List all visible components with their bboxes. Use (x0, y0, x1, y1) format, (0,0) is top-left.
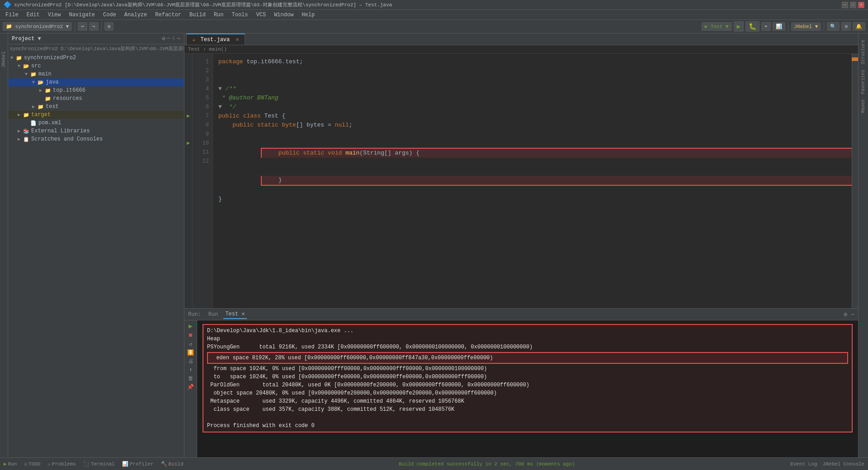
problems-btn[interactable]: ⚠ Problems (47, 461, 75, 467)
tree-label: src (31, 63, 41, 69)
tree-item-pom[interactable]: 📄 pom.xml (8, 119, 184, 127)
bottom-tab-run[interactable]: Run (207, 310, 220, 319)
tree-label: top.it6666 (53, 87, 85, 94)
coverage-button[interactable]: ☂ (761, 22, 771, 31)
favorites-label[interactable]: Favorites (860, 67, 867, 97)
console-line-path: D:\Develop\Java\Jdk\1.8_idea\bin\java.ex… (207, 327, 848, 335)
close-button[interactable]: ✕ (858, 2, 864, 8)
code-content[interactable]: package top.it6666.test; ▼/** * @author … (213, 54, 858, 308)
event-log-btn[interactable]: Event Log (790, 461, 817, 467)
tree-item-resources[interactable]: 📁 resources (8, 94, 184, 103)
tree-item-root[interactable]: ▼ 📁 synchronizedPro2 (8, 54, 184, 62)
bottom-tab-test[interactable]: Test ✕ (223, 310, 246, 319)
pin-btn[interactable]: 📌 (187, 384, 194, 390)
bottom-settings-btn[interactable]: ⚙ (844, 311, 847, 318)
menu-item-window[interactable]: Window (270, 11, 297, 19)
tree-item-target[interactable]: ▶ 📁 target (8, 111, 184, 119)
menu-item-analyze[interactable]: Analyze (121, 11, 151, 19)
tree-item-java[interactable]: ▼ 📂 java (8, 78, 184, 86)
run-config-selector[interactable]: ▶ Test ▼ (702, 22, 732, 31)
project-tree[interactable]: ▼ 📁 synchronizedPro2 ▼ 📂 src ▼ 📁 main ▼ … (8, 53, 184, 457)
project-gear-btn[interactable]: ⋯ (177, 35, 180, 42)
line-num-5: 5 (193, 94, 212, 103)
minimize-button[interactable]: — (842, 2, 848, 8)
run-status-btn[interactable]: ▶ Run (4, 461, 17, 467)
gutter-line-7[interactable]: ▶ (184, 112, 192, 121)
scroll-end-btn[interactable]: ⏬ (187, 349, 194, 356)
soft-wrap-btn[interactable]: ⬆ (189, 367, 192, 373)
project-title: Project ▼ (12, 36, 41, 42)
toolbar-undo[interactable]: ↩ (78, 22, 87, 31)
run-label: Run: (188, 311, 201, 318)
menu-item-code[interactable]: Code (99, 11, 120, 19)
structure-label[interactable]: Structure (860, 37, 867, 67)
gutter-line-10[interactable]: ▶ (184, 139, 192, 148)
build-label: Build (169, 461, 184, 467)
terminal-btn[interactable]: ⬛ Terminal (83, 461, 115, 467)
tree-item-top-it6666[interactable]: ▶ 📁 top.it6666 (8, 86, 184, 94)
stop-button[interactable]: ■ (189, 332, 192, 339)
menu-item-view[interactable]: View (44, 11, 65, 19)
project-collapse-btn[interactable]: — (167, 35, 170, 42)
tree-item-test[interactable]: ▶ 📁 test (8, 103, 184, 111)
titlebar-controls[interactable]: — □ ✕ (842, 2, 864, 8)
tree-arrow (23, 121, 30, 126)
debug-button[interactable]: 🐛 (745, 21, 760, 32)
project-options-btn[interactable]: ⚙ (162, 35, 165, 42)
menu-item-edit[interactable]: Edit (23, 11, 43, 19)
profiler-btn[interactable]: 📊 Profiler (122, 461, 154, 467)
menu-item-build[interactable]: Build (186, 11, 209, 19)
tree-arrow: ▼ (30, 80, 37, 85)
toolbar-redo[interactable]: ↪ (89, 22, 99, 31)
folder-icon: 📁 (30, 71, 37, 77)
terminal-icon: ⬛ (83, 461, 90, 467)
menu-item-help[interactable]: Help (298, 11, 318, 19)
run-button[interactable]: ▶ (734, 21, 744, 32)
scratches-icon: 📋 (23, 136, 30, 142)
menu-item-vcs[interactable]: VCS (253, 11, 270, 19)
gutter-line-12 (184, 157, 192, 166)
tree-item-main[interactable]: ▼ 📁 main (8, 70, 184, 78)
tree-arrow: ▼ (23, 72, 30, 77)
tree-arrow: ▶ (15, 112, 23, 118)
app-icon: 🔷 (4, 1, 11, 9)
menu-item-navigate[interactable]: Navigate (65, 11, 99, 19)
rerun-button[interactable]: ↺ (189, 341, 192, 348)
project-expand-btn[interactable]: ↕ (172, 35, 175, 42)
tab-file-icon: ☕ (192, 37, 195, 43)
toolbar-settings[interactable]: ⚙ (104, 22, 114, 31)
build-btn[interactable]: 🔨 Build (161, 461, 184, 467)
bottom-close-btn[interactable]: — (851, 311, 854, 318)
code-line-1: package top.it6666.test; (218, 57, 853, 66)
todo-btn[interactable]: ☑ TODO (24, 461, 40, 467)
tree-label: resources (53, 95, 82, 102)
breadcrumb-text: Test › main() (188, 47, 227, 52)
jrebel-side-label[interactable]: JRebel (1, 52, 6, 68)
notifications-btn[interactable]: 🔔 (853, 22, 865, 31)
profile-button[interactable]: 📊 (773, 22, 785, 31)
maven-label[interactable]: Maven (860, 97, 867, 116)
print-btn[interactable]: 🖨 (188, 358, 193, 365)
tree-item-src[interactable]: ▼ 📂 src (8, 62, 184, 70)
maximize-button[interactable]: □ (850, 2, 856, 8)
run-again-button[interactable]: ▶ (189, 322, 192, 330)
tree-item-ext-libs[interactable]: ▶ 📚 External Libraries (8, 127, 184, 135)
line-numbers: 1 2 3 4 5 6 7 8 9 10 11 12 (193, 54, 213, 308)
jrebel-console-btn[interactable]: JRebel Console (823, 461, 864, 467)
profiler-label: Profiler (130, 461, 154, 467)
tree-arrow: ▶ (30, 104, 37, 109)
menu-item-tools[interactable]: Tools (228, 11, 252, 19)
tab-close-icon[interactable]: ✕ (236, 37, 239, 43)
menu-item-refactor[interactable]: Refactor (151, 11, 185, 19)
menu-item-run[interactable]: Run (210, 11, 227, 19)
clear-btn[interactable]: 🗑 (188, 375, 193, 382)
menu-item-file[interactable]: File (2, 11, 22, 19)
settings-btn[interactable]: ⚙ (841, 22, 851, 31)
search-everywhere-btn[interactable]: 🔍 (827, 22, 840, 31)
jrebel-button[interactable]: JRebel ▼ (791, 23, 821, 31)
console-eden-line: eden space 8192K, 28% used [0x00000000ff… (207, 352, 848, 364)
console-red-wrapper: D:\Develop\Java\Jdk\1.8_idea\bin\java.ex… (203, 324, 853, 432)
tab-test-java[interactable]: ☕ Test.java ✕ (186, 33, 245, 45)
toolbar-project-selector[interactable]: 📁 synchronizedPro2 ▼ (3, 22, 72, 31)
tree-item-scratches[interactable]: ▶ 📋 Scratches and Consoles (8, 135, 184, 143)
